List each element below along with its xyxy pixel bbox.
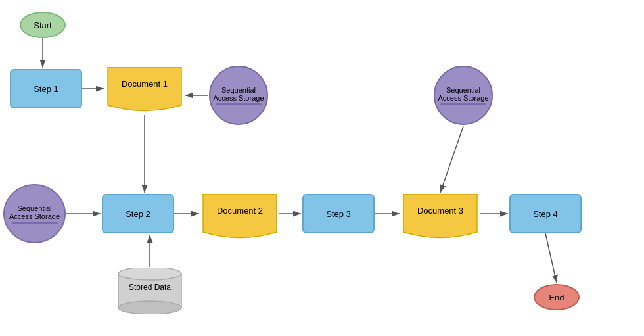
arrow-seq3-doc3 [440,126,463,193]
end-label: End [549,293,564,302]
end-node: End [534,284,580,310]
stored-node: Stored Data [117,268,183,311]
doc2-label: Document 2 [200,206,279,216]
seq3-label: Sequential Access Storage [438,86,488,102]
doc1-shape [105,67,184,116]
step4-node: Step 4 [509,194,582,233]
start-label: Start [34,20,51,30]
doc3-node: Document 3 [401,194,480,237]
svg-point-3 [118,268,181,280]
arrow-step4-end [545,233,557,283]
step1-label: Step 1 [34,84,58,94]
doc2-node: Document 2 [200,194,279,237]
svg-point-2 [118,301,181,314]
doc3-shape [401,194,480,243]
step4-label: Step 4 [533,209,558,219]
step3-node: Step 3 [302,194,375,233]
seq1-node: Sequential Access Storage [209,66,268,125]
seq1-line [216,103,262,105]
doc1-node: Document 1 [105,67,184,110]
seq1-label: Sequential Access Storage [213,86,264,102]
step2-node: Step 2 [102,194,174,233]
seq3-node: Sequential Access Storage [434,66,493,125]
step2-label: Step 2 [126,209,150,219]
seq2-label: Sequential Access Storage [9,204,60,220]
flowchart-diagram: Start Step 1 Document 1 Sequential Acces… [0,0,644,336]
seq2-line [12,222,58,224]
doc3-label: Document 3 [401,206,480,216]
doc2-shape [200,194,279,243]
seq2-node: Sequential Access Storage [3,184,66,243]
doc1-label: Document 1 [105,79,184,89]
seq3-line [440,103,486,105]
stored-label: Stored Data [117,283,183,292]
step1-node: Step 1 [10,69,82,108]
step3-label: Step 3 [326,209,351,219]
start-node: Start [20,12,66,38]
